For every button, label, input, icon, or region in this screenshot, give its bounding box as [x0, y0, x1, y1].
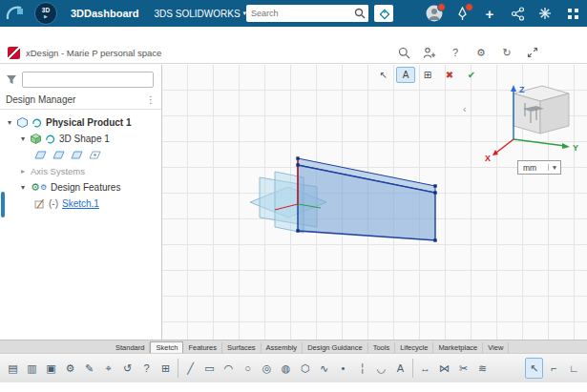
- 3d-viewport[interactable]: Z Y X ↖A⊞✖✔ ‹ mm ▼: [162, 65, 587, 340]
- tree-filter-row: [0, 65, 161, 93]
- axis-z-label: Z: [519, 85, 525, 94]
- save-icon[interactable]: ▣: [42, 358, 60, 379]
- product-name: 3DS SOLIDWORKS: [155, 9, 241, 19]
- panel-menu-icon[interactable]: ⋮: [146, 94, 156, 105]
- measure-icon[interactable]: ⌖: [99, 358, 117, 379]
- plane-yz-icon[interactable]: [52, 150, 65, 160]
- apps-grid-icon[interactable]: [564, 5, 581, 22]
- tree-row-physical-product[interactable]: ▾ Physical Product 1: [0, 114, 161, 131]
- design-manager-panel: Design Manager ⋮ ▾ Physical Product 1 ▾ …: [0, 65, 162, 340]
- undo-icon[interactable]: ↺: [118, 358, 136, 379]
- tree-row-sketch[interactable]: (-) Sketch.1: [0, 196, 161, 212]
- tag-icon[interactable]: [374, 5, 393, 22]
- plane-xy-icon[interactable]: [34, 150, 47, 160]
- help-icon[interactable]: ?: [449, 46, 462, 59]
- search-model-icon[interactable]: [397, 46, 410, 59]
- settings-tool-icon[interactable]: ⚙: [61, 358, 79, 379]
- view-corner-icon[interactable]: ⌐: [545, 358, 563, 379]
- spline-icon[interactable]: ∿: [315, 358, 333, 379]
- help-tool-icon[interactable]: ?: [137, 358, 156, 379]
- finish-sketch-icon[interactable]: ✔: [462, 67, 481, 83]
- refresh-icon[interactable]: ↻: [500, 46, 514, 59]
- polygon-icon[interactable]: ⬡: [296, 358, 314, 379]
- select-mode-icon[interactable]: ↖: [525, 358, 543, 379]
- ellipse-icon[interactable]: ◍: [277, 358, 295, 379]
- scene-canvas[interactable]: Z Y X: [162, 65, 587, 340]
- sketch-link[interactable]: Sketch.1: [62, 198, 99, 209]
- app-title[interactable]: 3DDashboard: [71, 8, 139, 19]
- open-icon[interactable]: ▥: [23, 358, 41, 379]
- features-gear-icon: ⚙: [31, 182, 40, 193]
- tab-lifecycle[interactable]: Lifecycle: [395, 342, 433, 354]
- centerline-icon[interactable]: ╎: [353, 358, 371, 379]
- filter-icon[interactable]: [6, 74, 17, 85]
- tab-surfaces[interactable]: Surfaces: [222, 342, 262, 354]
- edit-sketch-icon[interactable]: ✎: [80, 358, 98, 379]
- share-icon[interactable]: [509, 5, 526, 22]
- offset-icon[interactable]: ≋: [473, 358, 492, 379]
- sketch-status-prefix: (-): [49, 198, 58, 209]
- tab-features[interactable]: Features: [183, 342, 222, 354]
- top-navigation-bar: 3D ▶ 3DDashboard 3DS SOLIDWORKS ▾ +: [0, 0, 587, 27]
- tab-sketch[interactable]: Sketch: [150, 341, 183, 354]
- search-input[interactable]: [246, 9, 351, 18]
- perimeter-circle-icon[interactable]: ◎: [258, 358, 276, 379]
- settings-icon[interactable]: ⚙: [474, 46, 488, 59]
- caret-down-icon[interactable]: ▾: [6, 118, 13, 127]
- tree-row-design-features[interactable]: ▾ ⚙ ⚙ Design Features: [0, 179, 161, 196]
- line-icon[interactable]: ╱: [181, 358, 199, 379]
- tree-row-default-planes: [0, 147, 161, 163]
- plane-zx-icon[interactable]: [71, 150, 83, 160]
- 3ds-compass-logo[interactable]: [4, 3, 27, 24]
- toolbar-divider: [178, 359, 178, 378]
- favorites-icon[interactable]: [536, 5, 554, 22]
- tree-row-3d-shape[interactable]: ▾ 3D Shape 1: [0, 131, 161, 147]
- text-select-tool-icon[interactable]: A: [396, 67, 415, 83]
- tree-filter-input[interactable]: [22, 72, 154, 88]
- add-user-icon[interactable]: [423, 46, 436, 59]
- point-icon[interactable]: •: [334, 358, 352, 379]
- trim-icon[interactable]: ✂: [454, 358, 472, 379]
- dimension-icon[interactable]: ↔: [416, 358, 434, 379]
- search-icon[interactable]: [351, 5, 368, 22]
- tab-assembly[interactable]: Assembly: [262, 342, 304, 354]
- add-icon[interactable]: +: [481, 5, 498, 22]
- selection-filter-icon[interactable]: ⊞: [418, 67, 437, 83]
- units-value: mm: [518, 163, 548, 173]
- tab-view[interactable]: View: [483, 342, 509, 354]
- product-switcher[interactable]: 3DS SOLIDWORKS ▾: [155, 9, 247, 19]
- pointer-tool-icon[interactable]: ↖: [374, 67, 393, 83]
- user-avatar[interactable]: [426, 5, 443, 22]
- tab-standard[interactable]: Standard: [111, 342, 150, 354]
- tab-design-guidance[interactable]: Design Guidance: [303, 342, 368, 354]
- units-dropdown[interactable]: mm ▼: [517, 160, 561, 175]
- tab-marketplace[interactable]: Marketplace: [433, 342, 483, 354]
- caret-down-icon[interactable]: ▾: [19, 134, 27, 143]
- rectangle-icon[interactable]: ▭: [200, 358, 219, 379]
- grid-snap-icon[interactable]: ⊞: [157, 358, 175, 379]
- tree-row-axis-systems[interactable]: ▸ Axis Systems: [0, 163, 161, 179]
- caret-right-icon[interactable]: ▸: [19, 167, 27, 175]
- fillet-icon[interactable]: ◡: [372, 358, 390, 379]
- tree-item-label: 3D Shape 1: [59, 134, 110, 144]
- top-bar-actions: +: [426, 0, 581, 27]
- cancel-sketch-icon[interactable]: ✖: [440, 67, 459, 83]
- collapse-chevron-icon[interactable]: ‹: [463, 103, 467, 114]
- caret-down-icon[interactable]: ▾: [19, 183, 27, 192]
- notification-badge: [437, 3, 446, 11]
- sync-icon: [45, 134, 55, 144]
- 3d-play-badge[interactable]: 3D ▶: [34, 2, 57, 25]
- origin-icon[interactable]: [89, 150, 101, 160]
- tab-tools[interactable]: Tools: [368, 342, 396, 354]
- expand-icon[interactable]: [526, 46, 539, 59]
- circle-icon[interactable]: ○: [239, 358, 257, 379]
- messages-icon[interactable]: [453, 5, 471, 22]
- arc-icon[interactable]: ◠: [220, 358, 238, 379]
- mirror-icon[interactable]: ⋈: [435, 358, 453, 379]
- paste-icon[interactable]: ▤: [4, 358, 22, 379]
- active-edit-indicator: [1, 192, 5, 217]
- text-icon[interactable]: A: [391, 358, 409, 379]
- tree-item-label: Axis Systems: [31, 166, 85, 176]
- product-icon: [17, 117, 28, 128]
- zoom-corner-icon[interactable]: ∟: [565, 358, 583, 379]
